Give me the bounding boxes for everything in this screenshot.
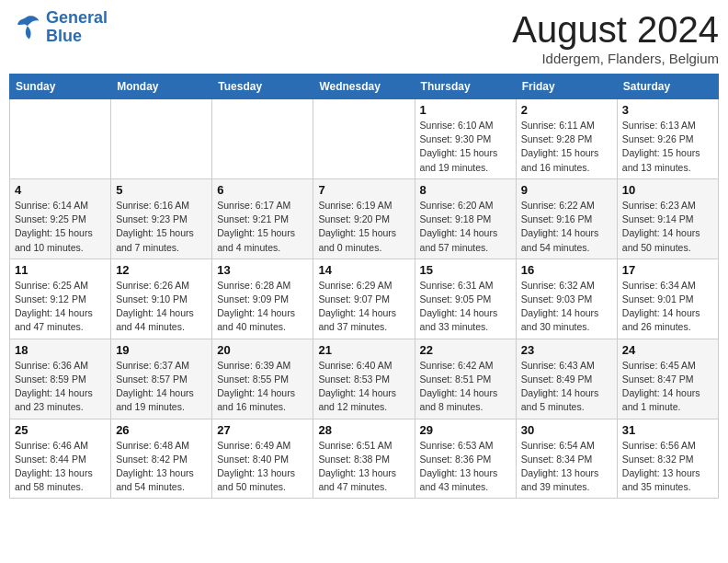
day-info: Sunrise: 6:19 AM Sunset: 9:20 PM Dayligh… (318, 199, 409, 255)
calendar-cell: 22Sunrise: 6:42 AM Sunset: 8:51 PM Dayli… (415, 339, 516, 419)
day-header-monday: Monday (111, 75, 212, 99)
week-row-5: 25Sunrise: 6:46 AM Sunset: 8:44 PM Dayli… (10, 419, 719, 499)
calendar-cell: 29Sunrise: 6:53 AM Sunset: 8:36 PM Dayli… (415, 419, 516, 499)
day-info: Sunrise: 6:11 AM Sunset: 9:28 PM Dayligh… (521, 119, 612, 175)
calendar-cell: 8Sunrise: 6:20 AM Sunset: 9:18 PM Daylig… (415, 178, 516, 259)
day-header-tuesday: Tuesday (212, 75, 313, 99)
day-number: 23 (521, 343, 612, 357)
day-info: Sunrise: 6:43 AM Sunset: 8:49 PM Dayligh… (521, 359, 612, 415)
calendar-cell: 27Sunrise: 6:49 AM Sunset: 8:40 PM Dayli… (212, 419, 313, 499)
calendar-cell: 10Sunrise: 6:23 AM Sunset: 9:14 PM Dayli… (617, 178, 718, 259)
week-row-3: 11Sunrise: 6:25 AM Sunset: 9:12 PM Dayli… (10, 259, 719, 339)
calendar-cell: 23Sunrise: 6:43 AM Sunset: 8:49 PM Dayli… (516, 339, 617, 419)
day-number: 29 (420, 423, 511, 437)
calendar-cell: 2Sunrise: 6:11 AM Sunset: 9:28 PM Daylig… (516, 99, 617, 179)
calendar-cell: 21Sunrise: 6:40 AM Sunset: 8:53 PM Dayli… (313, 339, 415, 419)
day-number: 20 (217, 343, 308, 357)
calendar-cell: 3Sunrise: 6:13 AM Sunset: 9:26 PM Daylig… (617, 99, 718, 179)
day-info: Sunrise: 6:28 AM Sunset: 9:09 PM Dayligh… (217, 279, 308, 335)
day-number: 16 (521, 263, 612, 277)
calendar-body: 1Sunrise: 6:10 AM Sunset: 9:30 PM Daylig… (10, 99, 719, 499)
week-row-2: 4Sunrise: 6:14 AM Sunset: 9:25 PM Daylig… (10, 178, 719, 259)
calendar-cell: 7Sunrise: 6:19 AM Sunset: 9:20 PM Daylig… (313, 178, 415, 259)
day-number: 15 (420, 263, 511, 277)
calendar-header: SundayMondayTuesdayWednesdayThursdayFrid… (10, 75, 719, 99)
day-number: 31 (622, 423, 713, 437)
day-info: Sunrise: 6:40 AM Sunset: 8:53 PM Dayligh… (318, 359, 409, 415)
day-info: Sunrise: 6:56 AM Sunset: 8:32 PM Dayligh… (622, 439, 713, 495)
day-info: Sunrise: 6:10 AM Sunset: 9:30 PM Dayligh… (420, 119, 511, 175)
day-info: Sunrise: 6:53 AM Sunset: 8:36 PM Dayligh… (420, 439, 511, 495)
day-info: Sunrise: 6:17 AM Sunset: 9:21 PM Dayligh… (217, 199, 308, 255)
day-info: Sunrise: 6:16 AM Sunset: 9:23 PM Dayligh… (116, 199, 207, 255)
day-info: Sunrise: 6:23 AM Sunset: 9:14 PM Dayligh… (622, 199, 713, 255)
day-number: 27 (217, 423, 308, 437)
calendar-cell: 28Sunrise: 6:51 AM Sunset: 8:38 PM Dayli… (313, 419, 415, 499)
day-info: Sunrise: 6:14 AM Sunset: 9:25 PM Dayligh… (15, 199, 106, 255)
day-info: Sunrise: 6:54 AM Sunset: 8:34 PM Dayligh… (521, 439, 612, 495)
calendar-table: SundayMondayTuesdayWednesdayThursdayFrid… (9, 74, 719, 499)
calendar-cell: 20Sunrise: 6:39 AM Sunset: 8:55 PM Dayli… (212, 339, 313, 419)
calendar-cell (10, 99, 111, 179)
day-number: 5 (116, 183, 207, 197)
day-number: 18 (15, 343, 106, 357)
calendar-cell: 1Sunrise: 6:10 AM Sunset: 9:30 PM Daylig… (415, 99, 516, 179)
day-number: 12 (116, 263, 207, 277)
page-header: General Blue August 2024 Iddergem, Fland… (9, 9, 719, 66)
day-number: 19 (116, 343, 207, 357)
day-info: Sunrise: 6:13 AM Sunset: 9:26 PM Dayligh… (622, 119, 713, 175)
logo-text: General Blue (46, 9, 108, 46)
day-number: 22 (420, 343, 511, 357)
day-number: 10 (622, 183, 713, 197)
calendar-cell: 25Sunrise: 6:46 AM Sunset: 8:44 PM Dayli… (10, 419, 111, 499)
day-number: 9 (521, 183, 612, 197)
calendar-cell (313, 99, 415, 179)
calendar-cell (212, 99, 313, 179)
week-row-1: 1Sunrise: 6:10 AM Sunset: 9:30 PM Daylig… (10, 99, 719, 179)
location: Iddergem, Flanders, Belgium (512, 51, 719, 66)
day-header-friday: Friday (516, 75, 617, 99)
calendar-cell: 19Sunrise: 6:37 AM Sunset: 8:57 PM Dayli… (111, 339, 212, 419)
day-number: 24 (622, 343, 713, 357)
day-number: 28 (318, 423, 409, 437)
calendar-cell: 6Sunrise: 6:17 AM Sunset: 9:21 PM Daylig… (212, 178, 313, 259)
logo: General Blue (9, 9, 108, 46)
day-number: 25 (15, 423, 106, 437)
calendar-cell: 11Sunrise: 6:25 AM Sunset: 9:12 PM Dayli… (10, 259, 111, 339)
day-header-wednesday: Wednesday (313, 75, 415, 99)
day-header-thursday: Thursday (415, 75, 516, 99)
day-number: 21 (318, 343, 409, 357)
calendar-cell: 16Sunrise: 6:32 AM Sunset: 9:03 PM Dayli… (516, 259, 617, 339)
calendar-cell: 15Sunrise: 6:31 AM Sunset: 9:05 PM Dayli… (415, 259, 516, 339)
logo-icon (9, 11, 42, 44)
day-info: Sunrise: 6:20 AM Sunset: 9:18 PM Dayligh… (420, 199, 511, 255)
day-number: 7 (318, 183, 409, 197)
day-number: 1 (420, 103, 511, 117)
day-info: Sunrise: 6:51 AM Sunset: 8:38 PM Dayligh… (318, 439, 409, 495)
day-info: Sunrise: 6:31 AM Sunset: 9:05 PM Dayligh… (420, 279, 511, 335)
day-info: Sunrise: 6:25 AM Sunset: 9:12 PM Dayligh… (15, 279, 106, 335)
day-info: Sunrise: 6:26 AM Sunset: 9:10 PM Dayligh… (116, 279, 207, 335)
calendar-cell: 12Sunrise: 6:26 AM Sunset: 9:10 PM Dayli… (111, 259, 212, 339)
calendar-cell: 26Sunrise: 6:48 AM Sunset: 8:42 PM Dayli… (111, 419, 212, 499)
day-info: Sunrise: 6:29 AM Sunset: 9:07 PM Dayligh… (318, 279, 409, 335)
days-of-week-row: SundayMondayTuesdayWednesdayThursdayFrid… (10, 75, 719, 99)
day-info: Sunrise: 6:45 AM Sunset: 8:47 PM Dayligh… (622, 359, 713, 415)
day-number: 17 (622, 263, 713, 277)
day-number: 14 (318, 263, 409, 277)
month-title: August 2024 (512, 9, 719, 51)
calendar-cell: 13Sunrise: 6:28 AM Sunset: 9:09 PM Dayli… (212, 259, 313, 339)
day-info: Sunrise: 6:22 AM Sunset: 9:16 PM Dayligh… (521, 199, 612, 255)
day-info: Sunrise: 6:46 AM Sunset: 8:44 PM Dayligh… (15, 439, 106, 495)
day-number: 4 (15, 183, 106, 197)
day-info: Sunrise: 6:48 AM Sunset: 8:42 PM Dayligh… (116, 439, 207, 495)
calendar-cell: 31Sunrise: 6:56 AM Sunset: 8:32 PM Dayli… (617, 419, 718, 499)
day-info: Sunrise: 6:39 AM Sunset: 8:55 PM Dayligh… (217, 359, 308, 415)
day-header-saturday: Saturday (617, 75, 718, 99)
calendar-cell: 4Sunrise: 6:14 AM Sunset: 9:25 PM Daylig… (10, 178, 111, 259)
day-number: 26 (116, 423, 207, 437)
day-number: 6 (217, 183, 308, 197)
day-number: 8 (420, 183, 511, 197)
day-number: 3 (622, 103, 713, 117)
day-info: Sunrise: 6:49 AM Sunset: 8:40 PM Dayligh… (217, 439, 308, 495)
